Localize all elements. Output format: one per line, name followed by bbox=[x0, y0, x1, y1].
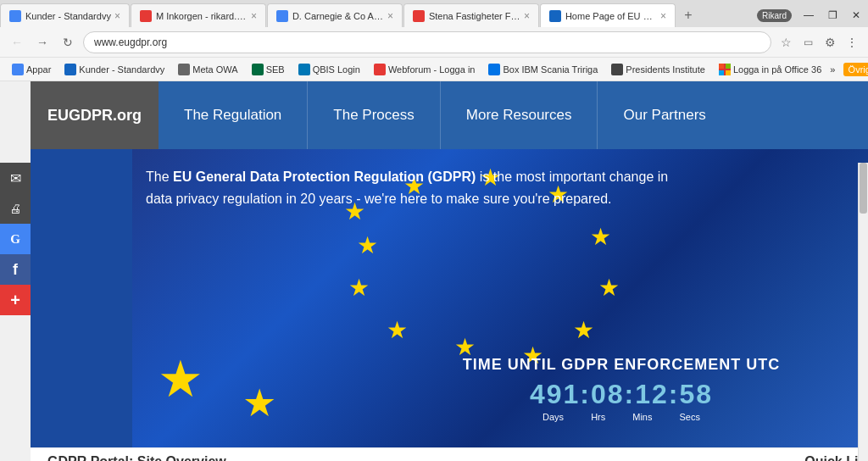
address-input[interactable] bbox=[83, 31, 771, 53]
restore-button[interactable]: ❐ bbox=[821, 3, 844, 27]
minimize-button[interactable]: — bbox=[797, 3, 821, 27]
bookmark-box[interactable]: Box IBM Scania Tririga bbox=[483, 60, 603, 79]
bookmark-label: Logga in på Office 36 bbox=[733, 64, 821, 75]
site-nav: The Regulation The Process More Resource… bbox=[159, 81, 868, 149]
star-icon: ★ bbox=[387, 319, 408, 342]
print-icon[interactable]: 🖨 bbox=[0, 193, 31, 224]
new-tab-button[interactable]: + bbox=[676, 3, 700, 27]
tab-favicon bbox=[9, 10, 21, 22]
bookmark-label: Meta OWA bbox=[192, 64, 237, 75]
bookmarks-bar: Appar Kunder - Standardvy Meta OWA SEB Q… bbox=[0, 58, 868, 81]
user-badge: Rikard bbox=[757, 9, 792, 22]
bookmark-webforum[interactable]: Webforum - Logga in bbox=[369, 60, 481, 79]
tab-close-icon[interactable]: × bbox=[660, 10, 666, 22]
countdown-area: TIME UNTIL GDPR ENFORCEMENT UTC 491:08:1… bbox=[370, 356, 868, 422]
bookmark-appar[interactable]: Appar bbox=[7, 60, 56, 79]
tab-stena[interactable]: Stena Fastigheter Fastig... × bbox=[403, 3, 539, 27]
tab-favicon bbox=[413, 10, 425, 22]
svg-rect-1 bbox=[726, 64, 731, 69]
bookmark-icon bbox=[374, 64, 386, 75]
bookmark-star-icon[interactable]: ☆ bbox=[776, 33, 795, 52]
bookmark-presidents[interactable]: Presidents Institute bbox=[606, 60, 710, 79]
bookmark-icon bbox=[298, 64, 310, 75]
site-logo-text: EUGDPR.org bbox=[47, 107, 142, 125]
tab-label: Stena Fastigheter Fastig... bbox=[429, 11, 520, 21]
bookmark-icon bbox=[611, 64, 623, 75]
tab-favicon bbox=[549, 10, 561, 22]
tab-label: Home Page of EU GDPR bbox=[565, 11, 657, 21]
star-icon: ★ bbox=[590, 225, 611, 249]
star-icon: ★ bbox=[598, 276, 620, 300]
site-header: EUGDPR.org The Regulation The Process Mo… bbox=[31, 81, 868, 149]
site-logo[interactable]: EUGDPR.org bbox=[31, 81, 159, 149]
countdown-title: TIME UNTIL GDPR ENFORCEMENT UTC bbox=[370, 356, 868, 374]
bottom-left-label[interactable]: GDPR Portal: Site Overview bbox=[47, 454, 226, 462]
bookmarks-more-button[interactable]: » Övriga bokmärken bbox=[830, 64, 868, 75]
tab-close-icon[interactable]: × bbox=[114, 10, 120, 22]
countdown-hrs-label: Hrs bbox=[591, 412, 605, 422]
bookmark-icon bbox=[488, 64, 500, 75]
tab-close-icon[interactable]: × bbox=[387, 10, 393, 22]
bookmark-icon bbox=[719, 64, 731, 75]
main-content: ✉ 🖨 G f + EUGDPR.org The Regulation The … bbox=[0, 81, 868, 461]
bookmark-icon bbox=[252, 64, 264, 75]
bookmark-label: Appar bbox=[26, 64, 51, 75]
tab-favicon bbox=[140, 10, 152, 22]
tab-eugdpr[interactable]: Home Page of EU GDPR × bbox=[540, 3, 676, 27]
tab-favicon bbox=[276, 10, 288, 22]
svg-rect-0 bbox=[719, 64, 724, 69]
facebook-icon[interactable]: f bbox=[0, 254, 31, 285]
star-icon: ★ bbox=[357, 234, 378, 258]
star-icon: ★ bbox=[348, 276, 370, 300]
bookmark-icon bbox=[12, 64, 24, 75]
countdown-days-label: Days bbox=[542, 412, 564, 422]
address-icons: ☆ ▭ ⚙ ⋮ bbox=[776, 33, 861, 52]
countdown-mins-label: Mins bbox=[632, 412, 652, 422]
tab-inkorgen[interactable]: M Inkorgen - rikard.lse@g... × bbox=[131, 3, 266, 27]
hero-description: The EU General Data Protection Regulatio… bbox=[146, 166, 678, 209]
extensions-icon[interactable]: ⚙ bbox=[821, 33, 839, 52]
website-content: EUGDPR.org The Regulation The Process Mo… bbox=[31, 81, 868, 461]
countdown-labels: Days Hrs Mins Secs bbox=[370, 412, 868, 422]
menu-icon[interactable]: ⋮ bbox=[843, 33, 861, 52]
nav-more-resources[interactable]: More Resources bbox=[441, 81, 598, 149]
reload-button[interactable]: ↻ bbox=[58, 32, 78, 53]
back-button[interactable]: ← bbox=[7, 32, 27, 53]
bookmark-icon bbox=[64, 64, 76, 75]
tab-close-icon[interactable]: × bbox=[251, 10, 257, 22]
nav-the-regulation[interactable]: The Regulation bbox=[159, 81, 308, 149]
bookmark-office[interactable]: Logga in på Office 36 bbox=[714, 60, 826, 79]
add-icon[interactable]: + bbox=[0, 285, 31, 315]
scrollbar[interactable] bbox=[858, 163, 868, 461]
bookmark-metaowa[interactable]: Meta OWA bbox=[173, 60, 242, 79]
tab-close-icon[interactable]: × bbox=[524, 10, 530, 22]
scrollbar-thumb[interactable] bbox=[860, 163, 867, 214]
large-star-icon: ★ bbox=[158, 354, 203, 405]
nav-the-process[interactable]: The Process bbox=[308, 81, 440, 149]
bookmark-icon bbox=[178, 64, 190, 75]
tab-label: M Inkorgen - rikard.lse@g... bbox=[156, 11, 248, 21]
bookmark-label: Kunder - Standardvy bbox=[79, 64, 164, 75]
large-star-icon: ★ bbox=[242, 384, 276, 422]
bookmark-label: Presidents Institute bbox=[626, 64, 705, 75]
mail-icon[interactable]: ✉ bbox=[0, 163, 31, 193]
bookmark-qbis[interactable]: QBIS Login bbox=[293, 60, 365, 79]
bookmark-seb[interactable]: SEB bbox=[247, 60, 290, 79]
left-sidebar: ✉ 🖨 G f + bbox=[0, 163, 31, 315]
tab-carnegie[interactable]: D. Carnegie & Co Affärs... × bbox=[267, 3, 403, 27]
close-button[interactable]: ✕ bbox=[844, 3, 868, 27]
countdown-secs-label: Secs bbox=[679, 412, 699, 422]
tab-bar: Kunder - Standardvy × M Inkorgen - rikar… bbox=[0, 0, 868, 27]
bookmark-kunder[interactable]: Kunder - Standardvy bbox=[59, 60, 170, 79]
bookmark-label: Box IBM Scania Tririga bbox=[503, 64, 598, 75]
cast-icon[interactable]: ▭ bbox=[798, 33, 817, 52]
bottom-strip: GDPR Portal: Site Overview Quick Links bbox=[31, 447, 868, 461]
bookmark-label: SEB bbox=[266, 64, 285, 75]
google-icon[interactable]: G bbox=[0, 224, 31, 254]
nav-our-partners[interactable]: Our Partners bbox=[598, 81, 731, 149]
star-icon: ★ bbox=[573, 319, 594, 342]
tab-label: Kunder - Standardvy bbox=[25, 11, 111, 21]
forward-button[interactable]: → bbox=[32, 32, 53, 53]
tab-label: D. Carnegie & Co Affärs... bbox=[292, 11, 384, 21]
tab-kunder[interactable]: Kunder - Standardvy × bbox=[0, 3, 130, 27]
